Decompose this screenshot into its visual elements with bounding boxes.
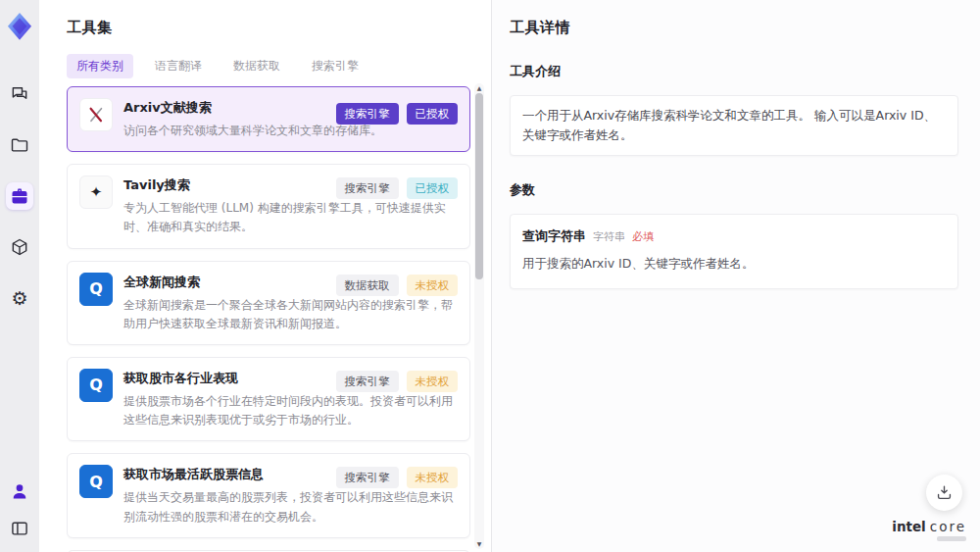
- status-badge: 已授权: [407, 177, 459, 199]
- scrollbar-thumb[interactable]: [475, 93, 483, 279]
- category-badge: 搜索引擎: [336, 467, 399, 488]
- intro-box: 一个用于从Arxiv存储库搜索科学论文和文章的工具。 输入可以是Arxiv ID…: [510, 95, 958, 156]
- detail-title: 工具详情: [510, 19, 958, 37]
- intro-heading: 工具介绍: [510, 63, 958, 80]
- brand-subtext-decoration: [937, 536, 966, 541]
- category-badge: 搜索引擎: [336, 177, 399, 199]
- param-box: 查询字符串 字符串 必填 用于搜索的Arxiv ID、关键字或作者姓名。: [510, 214, 958, 289]
- tool-tags: 搜索引擎 已授权: [336, 177, 459, 199]
- tool-description: 全球新闻搜索是一个聚合全球各大新闻网站内容的搜索引擎，帮助用户快速获取全球最新资…: [123, 296, 458, 333]
- page-title: 工具集: [67, 19, 491, 37]
- cube-icon[interactable]: [6, 233, 33, 261]
- status-badge: 未授权: [407, 371, 459, 392]
- tab-3[interactable]: 搜索引擎: [302, 54, 368, 78]
- tool-description: 提供当天交易量最高的股票列表，投资者可以利用这些信息来识别流动性强的股票和潜在的…: [123, 488, 458, 526]
- tool-tags: 搜索引擎 已授权: [336, 103, 459, 125]
- q-search-logo-icon: Q: [79, 369, 113, 402]
- arxiv-logo-icon: [79, 98, 113, 131]
- rail-bottom: [6, 477, 33, 542]
- status-badge: 已授权: [407, 103, 459, 125]
- download-button[interactable]: [926, 475, 962, 511]
- tab-0[interactable]: 所有类别: [67, 54, 133, 78]
- panel-layout-icon[interactable]: [6, 515, 33, 542]
- toolbox-icon[interactable]: [6, 182, 33, 210]
- tool-card[interactable]: Q 获取股市各行业表现 提供股票市场各个行业在特定时间段内的表现。投资者可以利用…: [67, 357, 470, 441]
- status-badge: 未授权: [407, 275, 459, 296]
- brand-secondary: core: [930, 519, 966, 534]
- category-tabs: 所有类别语言翻译数据获取搜索引擎: [67, 54, 491, 78]
- param-type: 字符串: [593, 229, 625, 244]
- sidebar-rail: ⚙: [0, 0, 39, 552]
- param-name: 查询字符串: [522, 227, 586, 245]
- folder-icon[interactable]: [6, 131, 33, 159]
- tool-tags: 搜索引擎 未授权: [336, 467, 459, 488]
- app-window: ⚙ 工具集 所有类别语言翻译数据获取搜索引擎: [0, 0, 980, 552]
- param-head: 查询字符串 字符串 必填: [522, 227, 946, 245]
- tool-card[interactable]: Q 获取市场最活跃股票信息 提供当天交易量最高的股票列表，投资者可以利用这些信息…: [67, 453, 470, 537]
- download-icon: [935, 483, 954, 502]
- brand-primary: intel: [892, 519, 925, 534]
- q-search-logo-icon: Q: [79, 273, 113, 306]
- user-icon[interactable]: [6, 477, 33, 505]
- chat-icon[interactable]: [6, 80, 33, 108]
- tool-card[interactable]: Arxiv文献搜索 访问各个研究领域大量科学论文和文章的存储库。 搜索引擎 已授…: [67, 86, 470, 152]
- tool-description: 提供股票市场各个行业在特定时间段内的表现。投资者可以利用这些信息来识别表现优于或…: [123, 392, 458, 429]
- status-badge: 未授权: [407, 467, 459, 488]
- scroll-down-arrow-icon[interactable]: ▼: [474, 540, 484, 548]
- tab-1[interactable]: 语言翻译: [145, 54, 212, 78]
- category-badge: 搜索引擎: [336, 371, 399, 392]
- rail-nav: ⚙: [6, 80, 33, 312]
- q-search-logo-icon: Q: [79, 465, 113, 498]
- tool-tags: 搜索引擎 未授权: [336, 371, 459, 392]
- tool-card-list: Arxiv文献搜索 访问各个研究领域大量科学论文和文章的存储库。 搜索引擎 已授…: [67, 86, 470, 552]
- scroll-up-arrow-icon[interactable]: ▲: [474, 84, 484, 92]
- tab-2[interactable]: 数据获取: [223, 54, 290, 78]
- params-heading: 参数: [510, 181, 958, 199]
- param-description: 用于搜索的Arxiv ID、关键字或作者姓名。: [522, 256, 946, 273]
- tool-detail-panel: 工具详情 工具介绍 一个用于从Arxiv存储库搜索科学论文和文章的工具。 输入可…: [492, 0, 980, 552]
- tool-description: 专为人工智能代理 (LLM) 构建的搜索引擎工具，可快速提供实时、准确和真实的结…: [123, 199, 458, 236]
- app-logo[interactable]: [7, 12, 32, 41]
- list-scrollbar[interactable]: ▲ ▼: [474, 83, 484, 549]
- intel-core-logo: intelcore: [892, 519, 966, 541]
- tool-card[interactable]: ✦ Tavily搜索 专为人工智能代理 (LLM) 构建的搜索引擎工具，可快速提…: [67, 164, 470, 248]
- tool-card[interactable]: Q 全球新闻搜索 全球新闻搜索是一个聚合全球各大新闻网站内容的搜索引擎，帮助用户…: [67, 261, 470, 345]
- tool-tags: 数据获取 未授权: [336, 275, 459, 296]
- param-required-badge: 必填: [632, 229, 654, 244]
- category-badge: 搜索引擎: [336, 103, 399, 125]
- gear-icon[interactable]: ⚙: [6, 284, 33, 312]
- tool-list-panel: 工具集 所有类别语言翻译数据获取搜索引擎 Arxiv文献搜索 访问各个研究领域大…: [39, 0, 492, 552]
- tavily-logo-icon: ✦: [79, 176, 113, 209]
- category-badge: 数据获取: [336, 275, 399, 296]
